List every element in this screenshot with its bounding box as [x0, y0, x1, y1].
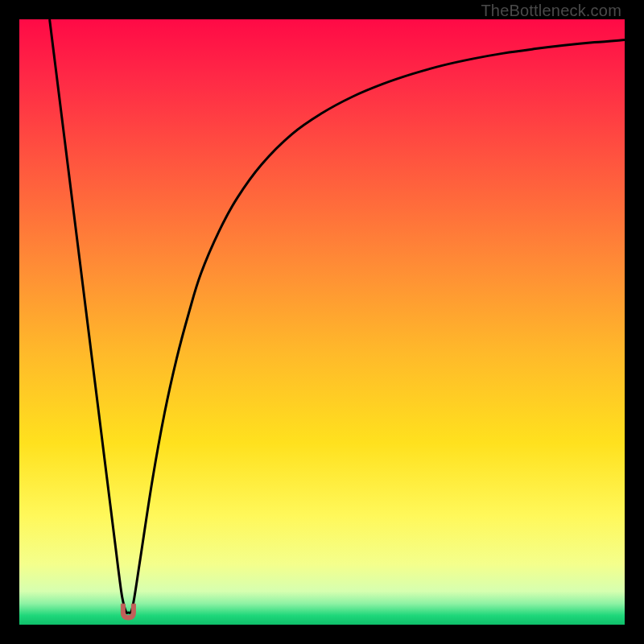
bottleneck-curve-line	[50, 19, 625, 613]
watermark-text: TheBottleneck.com	[481, 2, 621, 20]
bottleneck-chart	[19, 19, 625, 625]
